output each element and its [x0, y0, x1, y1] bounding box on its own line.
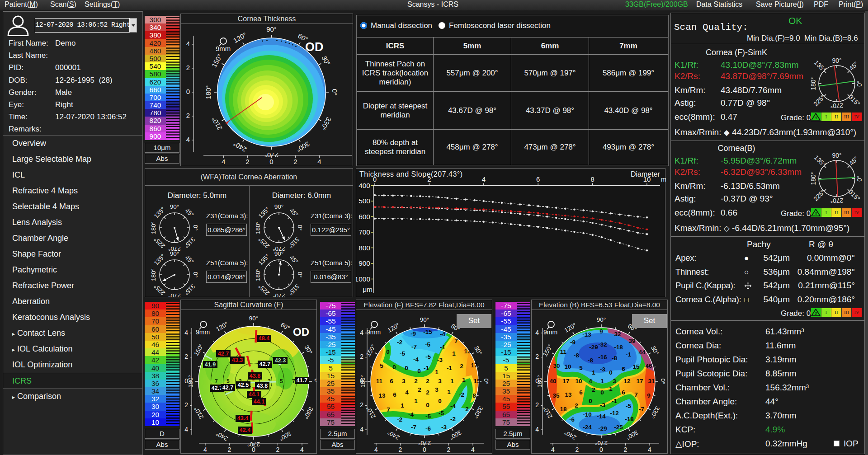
svg-text:240°: 240°: [563, 429, 578, 441]
svg-text:0: 0: [535, 377, 539, 385]
svg-text:31: 31: [648, 378, 655, 385]
svg-text:-4: -4: [413, 356, 419, 363]
svg-text:150°: 150°: [193, 342, 205, 357]
svg-text:0: 0: [392, 364, 396, 371]
svg-text:2: 2: [624, 446, 627, 453]
svg-text:OD: OD: [293, 326, 309, 338]
svg-text:300°: 300°: [295, 140, 311, 154]
svg-text:-12: -12: [610, 410, 619, 417]
svg-text:0: 0: [589, 398, 592, 404]
svg-text:2: 2: [360, 353, 363, 360]
svg-text:180°: 180°: [255, 221, 261, 234]
svg-text:-5: -5: [425, 353, 431, 360]
svg-text:4: 4: [405, 389, 409, 396]
svg-text:-29: -29: [589, 344, 598, 351]
svg-text:-2: -2: [459, 391, 464, 398]
svg-text:mm: mm: [661, 175, 666, 183]
svg-text:0°: 0°: [660, 379, 666, 385]
svg-text:0: 0: [599, 446, 603, 453]
svg-text:0: 0: [269, 158, 273, 165]
svg-text:90°: 90°: [274, 250, 283, 257]
svg-text:9mm: 9mm: [367, 328, 381, 336]
svg-text:1: 1: [600, 378, 604, 385]
svg-text:15: 15: [632, 363, 640, 370]
svg-text:400: 400: [359, 182, 370, 189]
svg-text:0°: 0°: [856, 80, 863, 86]
svg-text:4: 4: [360, 426, 363, 433]
svg-text:-16: -16: [598, 354, 607, 361]
svg-text:240°: 240°: [387, 429, 401, 441]
svg-text:-1: -1: [424, 365, 429, 371]
svg-text:15: 15: [473, 378, 481, 385]
svg-text:0°: 0°: [331, 89, 339, 95]
svg-text:120°: 120°: [215, 320, 229, 333]
svg-text:90°: 90°: [266, 25, 277, 33]
svg-text:500: 500: [359, 197, 370, 205]
svg-text:4: 4: [551, 446, 555, 453]
svg-text:0: 0: [609, 369, 613, 376]
svg-text:0: 0: [405, 365, 408, 371]
svg-text:-5: -5: [425, 413, 431, 420]
svg-text:7: 7: [387, 406, 390, 413]
svg-text:7: 7: [454, 338, 458, 344]
svg-text:270°: 270°: [168, 292, 181, 297]
svg-text:0: 0: [438, 398, 442, 404]
svg-text:-6: -6: [425, 425, 431, 432]
svg-text:120°: 120°: [232, 31, 248, 44]
svg-text:45°: 45°: [184, 207, 195, 218]
svg-text:2: 2: [245, 158, 249, 165]
svg-text:μm: μm: [363, 286, 373, 293]
svg-text:2: 2: [184, 353, 188, 360]
svg-text:9: 9: [599, 328, 603, 335]
svg-text:330°: 330°: [319, 116, 333, 131]
svg-text:6: 6: [536, 175, 540, 183]
svg-text:30: 30: [553, 362, 560, 369]
svg-text:3: 3: [613, 378, 616, 385]
svg-text:330°: 330°: [302, 406, 315, 420]
svg-text:60°: 60°: [279, 321, 291, 332]
svg-text:-18: -18: [625, 416, 634, 422]
svg-text:1: 1: [452, 350, 456, 357]
svg-text:0: 0: [417, 368, 421, 375]
svg-text:10: 10: [643, 175, 651, 183]
svg-text:-2: -2: [450, 416, 456, 422]
svg-text:45°: 45°: [288, 254, 300, 265]
svg-text:0: 0: [360, 377, 363, 385]
svg-text:210°: 210°: [542, 405, 554, 420]
svg-text:1000: 1000: [356, 275, 370, 283]
svg-text:9: 9: [647, 392, 651, 399]
svg-text:-9: -9: [410, 330, 416, 337]
svg-text:0: 0: [815, 116, 817, 120]
svg-text:6: 6: [393, 391, 396, 398]
svg-text:-4: -4: [440, 331, 445, 338]
svg-text:1: 1: [462, 376, 466, 383]
svg-text:4: 4: [471, 446, 475, 453]
svg-text:-9: -9: [570, 339, 576, 346]
svg-text:45°: 45°: [848, 60, 859, 72]
svg-text:2: 2: [186, 112, 190, 119]
svg-text:8: 8: [472, 392, 476, 399]
svg-text:-32: -32: [598, 341, 607, 348]
svg-text:9mm: 9mm: [543, 328, 557, 336]
svg-text:39: 39: [628, 338, 635, 344]
svg-text:10: 10: [575, 378, 582, 385]
svg-text:0: 0: [386, 348, 390, 355]
svg-text:-7: -7: [411, 343, 417, 350]
svg-text:240°: 240°: [215, 430, 229, 442]
svg-text:4: 4: [648, 446, 651, 453]
svg-text:-1: -1: [447, 365, 452, 371]
svg-text:-7: -7: [639, 406, 644, 413]
svg-text:2: 2: [535, 401, 539, 408]
svg-text:2: 2: [426, 389, 429, 396]
svg-text:210°: 210°: [193, 406, 205, 420]
svg-text:-3: -3: [437, 356, 443, 363]
svg-text:0°: 0°: [297, 225, 303, 231]
svg-text:17: 17: [471, 362, 477, 369]
svg-text:-5: -5: [400, 350, 405, 357]
svg-text:150°: 150°: [210, 53, 224, 69]
svg-text:210°: 210°: [365, 405, 377, 420]
svg-text:90°: 90°: [420, 316, 429, 323]
svg-text:9mm: 9mm: [216, 45, 231, 52]
svg-text:-13: -13: [582, 331, 591, 338]
svg-text:0°: 0°: [192, 272, 199, 278]
